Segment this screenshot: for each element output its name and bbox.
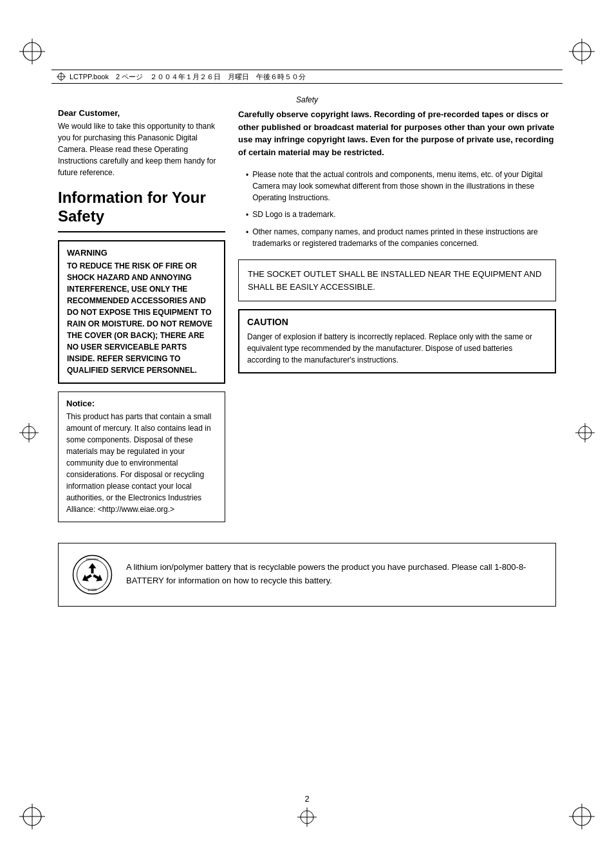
side-mark-right bbox=[575, 423, 595, 445]
bullet-dot-2: • bbox=[246, 209, 248, 221]
left-column: Dear Customer, We would like to take thi… bbox=[58, 108, 225, 530]
corner-mark-tr bbox=[569, 39, 595, 64]
notice-text: This product has parts that contain a sm… bbox=[66, 411, 217, 515]
battery-section: LI-ION RECYCLE A lithium ion/polymer bat… bbox=[58, 543, 556, 607]
svg-text:LI-ION: LI-ION bbox=[88, 589, 97, 592]
bullet-item-1: • Please note that the actual controls a… bbox=[246, 169, 556, 203]
bullet-text-3: Other names, company names, and product … bbox=[252, 226, 556, 249]
page-number: 2 bbox=[304, 794, 309, 804]
section-label: Safety bbox=[0, 95, 614, 104]
side-mark-left bbox=[19, 423, 39, 445]
corner-mark-br bbox=[569, 804, 595, 829]
dear-customer-title: Dear Customer, bbox=[58, 108, 225, 118]
safety-heading-container: Information for Your Safety bbox=[58, 189, 225, 232]
battery-text: A lithium ion/polymer battery that is re… bbox=[126, 561, 543, 588]
bullet-list: • Please note that the actual controls a… bbox=[238, 169, 556, 249]
warning-text: TO REDUCE THE RISK OF FIRE OR SHOCK HAZA… bbox=[67, 260, 216, 376]
caution-text: Danger of explosion if battery is incorr… bbox=[247, 331, 547, 366]
content-area: Dear Customer, We would like to take thi… bbox=[58, 108, 556, 778]
caution-box: CAUTION Danger of explosion if battery i… bbox=[238, 309, 556, 373]
side-mark-bottom bbox=[297, 807, 317, 829]
notice-title: Notice: bbox=[66, 399, 217, 408]
socket-text: THE SOCKET OUTLET SHALL BE INSTALLED NEA… bbox=[248, 269, 541, 292]
safety-heading: Information for Your Safety bbox=[58, 189, 225, 226]
page: LCTPP.book 2 ページ ２００４年１月２６日 月曜日 午後６時５０分 … bbox=[0, 0, 614, 868]
bullet-item-2: • SD Logo is a trademark. bbox=[246, 209, 556, 221]
notice-box: Notice: This product has parts that cont… bbox=[58, 392, 225, 522]
corner-mark-bl bbox=[19, 804, 45, 829]
two-column-layout: Dear Customer, We would like to take thi… bbox=[58, 108, 556, 530]
dear-customer-text: We would like to take this opportunity t… bbox=[58, 120, 225, 178]
warning-title: WARNING bbox=[67, 248, 216, 258]
socket-box: THE SOCKET OUTLET SHALL BE INSTALLED NEA… bbox=[238, 259, 556, 301]
bullet-text-2: SD Logo is a trademark. bbox=[252, 209, 335, 221]
copyright-text: Carefully observe copyright laws. Record… bbox=[238, 108, 556, 158]
header-bar: LCTPP.book 2 ページ ２００４年１月２６日 月曜日 午後６時５０分 bbox=[51, 70, 563, 84]
bullet-item-3: • Other names, company names, and produc… bbox=[246, 226, 556, 249]
caution-title: CAUTION bbox=[247, 317, 547, 327]
warning-box: WARNING TO REDUCE THE RISK OF FIRE OR SH… bbox=[58, 240, 225, 384]
bullet-dot-1: • bbox=[246, 169, 248, 203]
recycle-icon: LI-ION RECYCLE bbox=[71, 554, 113, 596]
corner-mark-tl bbox=[19, 39, 45, 64]
bullet-dot-3: • bbox=[246, 227, 248, 249]
bullet-text-1: Please note that the actual controls and… bbox=[252, 169, 556, 203]
svg-text:RECYCLE: RECYCLE bbox=[86, 558, 98, 561]
right-column: Carefully observe copyright laws. Record… bbox=[238, 108, 556, 530]
header-bar-text: LCTPP.book 2 ページ ２００４年１月２６日 月曜日 午後６時５０分 bbox=[70, 72, 306, 82]
